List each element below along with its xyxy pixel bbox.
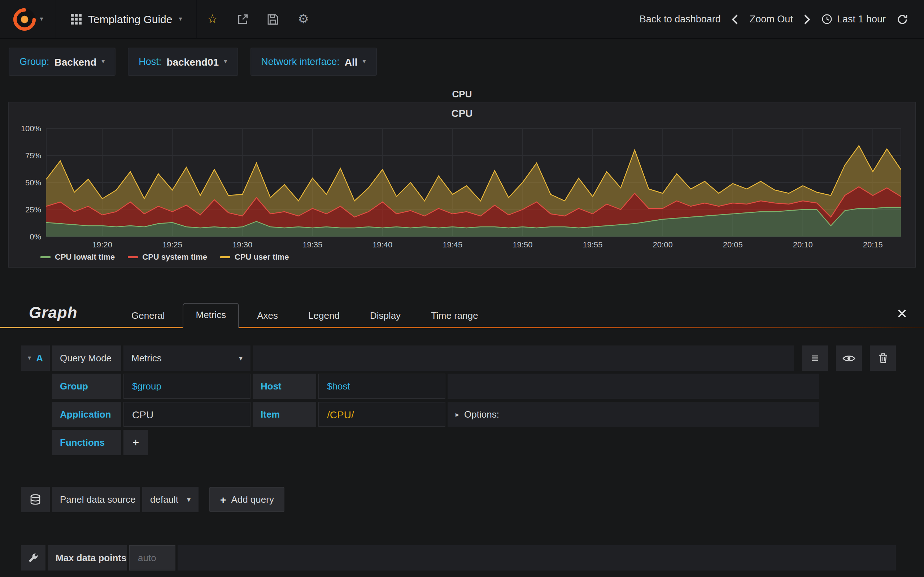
group-field-label: Group <box>52 374 121 399</box>
svg-text:19:50: 19:50 <box>512 240 532 249</box>
query-row-filler <box>253 345 794 371</box>
tab-axes[interactable]: Axes <box>245 305 290 327</box>
query-mode-label: Query Mode <box>52 345 121 371</box>
clock-icon <box>822 14 833 24</box>
max-data-points-row: Max data points auto <box>21 545 924 571</box>
query-letter: A <box>36 353 43 364</box>
options-toggle[interactable]: ▸ Options: <box>447 402 819 427</box>
legend-label: CPU iowait time <box>55 253 115 261</box>
caret-down-icon: ▾ <box>363 58 366 65</box>
group-field-input[interactable]: $group <box>123 374 250 399</box>
svg-text:19:55: 19:55 <box>583 240 603 249</box>
zoom-out-button[interactable]: Zoom Out <box>750 14 793 24</box>
query-row-main: ▾ A Query Mode Metrics ▾ ≡ <box>21 345 896 371</box>
navbar: ▾ Templating Guide ▾ ☆ <box>0 0 924 39</box>
share-button[interactable] <box>228 0 258 38</box>
row-filler <box>447 374 819 399</box>
star-icon: ☆ <box>207 11 218 27</box>
variable-host-dropdown[interactable]: Host: backend01 ▾ <box>128 48 238 76</box>
save-button[interactable] <box>258 0 288 38</box>
svg-text:19:35: 19:35 <box>302 240 322 249</box>
add-function-button[interactable]: + <box>123 430 148 455</box>
database-icon <box>29 494 42 505</box>
svg-text:19:45: 19:45 <box>443 240 462 249</box>
back-to-dashboard-link[interactable]: Back to dashboard <box>640 14 721 24</box>
legend-item-system[interactable]: CPU system time <box>128 253 207 261</box>
datasource-select[interactable]: default ▾ <box>142 487 199 512</box>
item-field-input[interactable]: /CPU/ <box>318 402 446 427</box>
add-query-button[interactable]: + Add query <box>209 487 285 512</box>
tab-legend[interactable]: Legend <box>296 305 352 327</box>
chevron-right-icon[interactable] <box>804 13 811 25</box>
settings-button[interactable]: ⚙ <box>288 0 319 38</box>
query-toggle-visibility-button[interactable] <box>836 345 862 371</box>
group-field-value: $group <box>132 381 162 392</box>
query-delete-button[interactable] <box>870 345 896 371</box>
plus-icon: + <box>220 494 226 505</box>
legend-swatch-icon <box>128 256 138 258</box>
svg-text:20:10: 20:10 <box>793 240 813 249</box>
max-data-points-input[interactable]: auto <box>129 545 175 571</box>
host-field-value: $host <box>327 381 350 392</box>
row-filler <box>178 545 896 571</box>
svg-text:100%: 100% <box>21 124 41 133</box>
host-field-label: Host <box>253 374 316 399</box>
graph-title: CPU <box>15 105 909 121</box>
close-editor-button[interactable] <box>897 309 907 318</box>
editor-tabs: General Metrics Axes Legend Display Time… <box>119 303 491 327</box>
legend-swatch-icon <box>40 256 50 258</box>
query-menu-button[interactable]: ≡ <box>802 345 828 371</box>
variable-label: Network interface: <box>261 56 340 67</box>
variable-value: Backend <box>55 56 97 68</box>
query-row-functions: Functions + <box>52 430 819 455</box>
tab-general[interactable]: General <box>119 305 177 327</box>
tab-time-range[interactable]: Time range <box>419 305 491 327</box>
cpu-graph[interactable]: 19:2019:2519:3019:3519:4019:4519:5019:55… <box>15 121 909 250</box>
host-field-input[interactable]: $host <box>318 374 446 399</box>
options-label: Options: <box>464 409 499 420</box>
chevron-left-icon[interactable] <box>732 13 739 25</box>
caret-down-icon: ▾ <box>102 58 105 65</box>
caret-down-icon: ▾ <box>239 354 242 362</box>
dashboard-title-button[interactable]: Templating Guide ▾ <box>56 0 197 38</box>
svg-text:20:05: 20:05 <box>723 240 743 249</box>
item-field-label: Item <box>253 402 316 427</box>
caret-down-icon: ▾ <box>179 16 182 23</box>
max-data-points-placeholder: auto <box>138 553 156 563</box>
svg-text:20:00: 20:00 <box>653 240 673 249</box>
caret-down-icon: ▾ <box>224 58 227 65</box>
add-query-label: Add query <box>231 494 274 505</box>
legend-item-user[interactable]: CPU user time <box>220 253 289 261</box>
dashboard-title: Templating Guide <box>88 13 172 25</box>
grafana-logo-button[interactable]: ▾ <box>0 0 56 38</box>
query-collapse-toggle[interactable]: ▾ A <box>21 345 50 371</box>
svg-text:25%: 25% <box>25 205 41 214</box>
wrench-icon <box>28 553 39 563</box>
application-field-input[interactable]: CPU <box>123 402 250 427</box>
gear-icon: ⚙ <box>298 11 309 27</box>
svg-text:19:25: 19:25 <box>162 240 182 249</box>
legend-swatch-icon <box>220 256 230 258</box>
star-button[interactable]: ☆ <box>197 0 228 38</box>
query-mode-select[interactable]: Metrics ▾ <box>123 345 250 371</box>
variable-label: Group: <box>19 56 50 67</box>
panel-options-icon-cell <box>21 545 45 571</box>
datasource-icon-cell <box>21 487 50 512</box>
refresh-icon[interactable] <box>897 13 908 25</box>
tab-display[interactable]: Display <box>358 305 413 327</box>
svg-text:19:40: 19:40 <box>373 240 393 249</box>
variable-netif-dropdown[interactable]: Network interface: All ▾ <box>250 48 376 76</box>
panel-title[interactable]: CPU <box>8 86 916 102</box>
datasource-row: Panel data source default ▾ + Add query <box>21 487 924 512</box>
template-variables-row: Group: Backend ▾ Host: backend01 ▾ Netwo… <box>0 39 924 83</box>
variable-group-dropdown[interactable]: Group: Backend ▾ <box>9 48 115 76</box>
legend-label: CPU user time <box>234 253 289 261</box>
legend-item-iowait[interactable]: CPU iowait time <box>40 253 115 261</box>
time-range-picker[interactable]: Last 1 hour <box>822 14 886 24</box>
query-editor: ▾ A Query Mode Metrics ▾ ≡ <box>21 345 896 455</box>
query-row-group-host: Group $group Host $host <box>52 374 819 399</box>
query-field-rows: Group $group Host $host Applicatio <box>52 374 819 455</box>
cpu-panel: CPU CPU 19:2019:2519:3019:3519:4019:4519… <box>8 86 916 268</box>
navbar-right: Back to dashboard Zoom Out Last 1 hour <box>640 0 924 38</box>
tab-metrics[interactable]: Metrics <box>183 303 239 328</box>
